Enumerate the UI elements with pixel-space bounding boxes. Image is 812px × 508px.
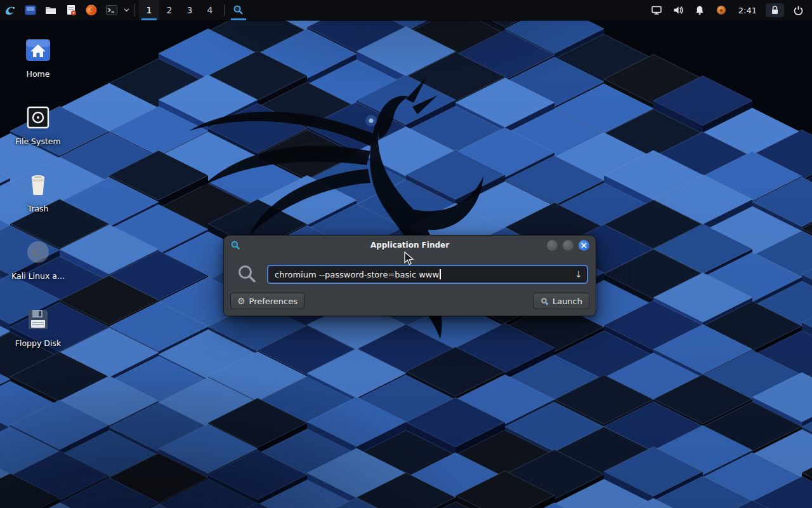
desktop-icon-label: Trash xyxy=(27,204,48,213)
maximize-button[interactable] xyxy=(563,240,573,251)
workspace-2-label: 2 xyxy=(167,5,173,15)
desktop-icon-kali-docs[interactable]: Kali Linux a... xyxy=(8,236,69,281)
workspace-3[interactable]: 3 xyxy=(180,0,200,20)
panel-separator xyxy=(134,4,135,17)
appfinder-icon xyxy=(230,240,241,251)
preferences-button[interactable]: ⚙ Preferences xyxy=(230,293,304,309)
volume-icon xyxy=(672,4,684,16)
text-caret xyxy=(440,269,441,279)
tray-display[interactable] xyxy=(646,0,667,20)
power-icon xyxy=(793,5,804,16)
terminal-icon xyxy=(105,4,118,17)
workspace-4[interactable]: 4 xyxy=(200,0,220,20)
terminal-button[interactable] xyxy=(102,0,122,20)
window-app-icon xyxy=(24,4,37,17)
command-input-value: chromium --password-store=basic www xyxy=(275,270,439,279)
desktop-icon-home[interactable]: Home xyxy=(8,34,69,79)
tray-power[interactable] xyxy=(787,0,809,20)
appfinder-task-icon xyxy=(233,4,244,16)
launch-button[interactable]: Launch xyxy=(533,293,589,309)
status-orb-icon xyxy=(716,4,727,16)
search-icon xyxy=(237,264,258,285)
panel-clock[interactable]: 2:41 xyxy=(732,0,763,20)
clock-text: 2:41 xyxy=(738,6,757,15)
close-button[interactable] xyxy=(579,240,589,251)
application-finder-window: Application Finder chromium --password-s… xyxy=(223,235,596,316)
desktop-icon-floppy[interactable]: Floppy Disk xyxy=(8,304,69,348)
floppy-icon xyxy=(24,305,52,333)
taskbar-item-application-finder[interactable] xyxy=(228,0,249,20)
launch-label: Launch xyxy=(553,297,582,306)
tray-status[interactable] xyxy=(710,0,732,20)
gear-icon: ⚙ xyxy=(237,297,246,305)
finder-titlebar[interactable]: Application Finder xyxy=(224,236,596,255)
firefox-button[interactable] xyxy=(81,0,102,20)
firefox-icon xyxy=(85,4,98,17)
kali-logo-icon xyxy=(3,3,17,17)
filesystem-icon xyxy=(24,104,52,131)
file-manager-button[interactable] xyxy=(41,0,61,20)
text-editor-button[interactable] xyxy=(61,0,81,20)
panel-separator xyxy=(224,4,225,17)
window-controls xyxy=(547,240,589,251)
tray-volume[interactable] xyxy=(667,0,689,20)
desktop: 1 2 3 4 xyxy=(0,0,812,508)
desktop-icon-label: File System xyxy=(15,137,61,146)
kali-folder-icon xyxy=(23,237,53,267)
desktop-icon-label: Floppy Disk xyxy=(15,338,61,348)
workspace-2[interactable]: 2 xyxy=(159,0,180,20)
trash-icon xyxy=(24,171,52,199)
kali-menu-button[interactable] xyxy=(0,0,20,20)
close-icon xyxy=(581,243,587,248)
preferences-label: Preferences xyxy=(249,297,298,306)
workspace-3-label: 3 xyxy=(187,5,193,15)
arrow-down-icon[interactable]: ↓ xyxy=(575,270,582,279)
display-icon xyxy=(651,4,662,16)
app-launcher-button[interactable] xyxy=(20,0,41,20)
tray-lock[interactable] xyxy=(766,3,784,17)
file-manager-icon xyxy=(44,4,57,17)
lock-icon xyxy=(770,5,780,15)
top-panel: 1 2 3 4 xyxy=(0,0,812,20)
terminal-dropdown-caret[interactable] xyxy=(122,0,131,20)
launch-icon xyxy=(540,297,549,305)
bell-icon xyxy=(694,4,705,16)
minimize-button[interactable] xyxy=(547,240,558,251)
window-title: Application Finder xyxy=(224,241,596,250)
desktop-icon-label: Kali Linux a... xyxy=(11,271,65,281)
workspace-1[interactable]: 1 xyxy=(139,0,159,20)
desktop-icon-list: Home File System Trash Kali L xyxy=(8,34,69,371)
workspace-4-label: 4 xyxy=(207,5,213,15)
command-input[interactable]: chromium --password-store=basic www ↓ xyxy=(267,265,588,284)
home-icon xyxy=(23,36,53,65)
desktop-icon-file-system[interactable]: File System xyxy=(8,102,69,146)
chevron-down-icon xyxy=(124,8,129,12)
desktop-icon-trash[interactable]: Trash xyxy=(8,169,69,213)
workspace-switcher: 1 2 3 4 xyxy=(139,0,220,20)
workspace-1-label: 1 xyxy=(147,5,152,15)
text-editor-icon xyxy=(65,4,77,17)
desktop-icon-label: Home xyxy=(27,69,50,79)
tray-notifications[interactable] xyxy=(689,0,710,20)
